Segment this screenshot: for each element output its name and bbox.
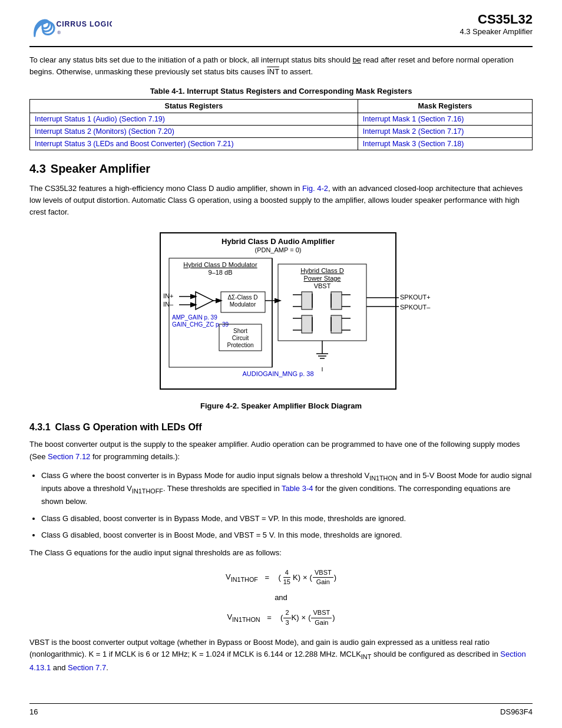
eq1-lhs: VIN1THOF bbox=[226, 569, 258, 587]
svg-rect-36 bbox=[331, 292, 342, 309]
block-diagram-svg: Hybrid Class D Audio Amplifier (PDN_AMP … bbox=[128, 230, 434, 395]
and-label: and bbox=[29, 589, 533, 607]
svg-marker-8 bbox=[196, 292, 213, 309]
list-item: Class G disabled, boost converter is in … bbox=[41, 513, 533, 525]
section-431-intro: The boost converter output is the supply… bbox=[29, 439, 533, 462]
table-cell: Interrupt Status 1 (Audio) (Section 7.19… bbox=[30, 113, 358, 126]
eq1-times: × bbox=[303, 569, 308, 587]
section-431-outro: VBST is the boost converter output volta… bbox=[29, 637, 533, 674]
svg-text:SPKOUT–: SPKOUT– bbox=[400, 304, 431, 311]
eq1-frac2: VBST Gain bbox=[313, 568, 333, 587]
mask2-link[interactable]: Interrupt Mask 2 (Section 7.17) bbox=[363, 127, 464, 136]
document-id: DS963F4 bbox=[500, 707, 533, 716]
section-431-heading: 4.3.1 Class G Operation with LEDs Off bbox=[29, 422, 533, 433]
status2-link[interactable]: Interrupt Status 2 (Monitors) (Section 7… bbox=[35, 127, 174, 136]
eq2-times: × bbox=[302, 610, 306, 627]
page-footer: 16 DS963F4 bbox=[29, 703, 533, 716]
page-number: 16 bbox=[29, 707, 38, 716]
svg-text:Short: Short bbox=[233, 328, 247, 334]
section-431-number: 4.3.1 bbox=[29, 422, 51, 433]
section77-link[interactable]: Section 7.7 bbox=[68, 663, 106, 672]
mask3-link[interactable]: Interrupt Mask 3 (Section 7.18) bbox=[363, 140, 464, 148]
svg-text:AUDIOGAIN_MNG p. 38: AUDIOGAIN_MNG p. 38 bbox=[242, 370, 313, 377]
figure-caption: Figure 4-2. Speaker Amplifier Block Diag… bbox=[200, 401, 362, 410]
svg-text:Modulator: Modulator bbox=[230, 301, 256, 308]
eq2-rhs: ( 2 3 K ) × ( VBST Gain ) bbox=[280, 608, 335, 627]
svg-text:Protection: Protection bbox=[227, 342, 253, 348]
equations-block: VIN1THOF = ( 4 15 K ) × ( VBST Gain ) an… bbox=[29, 568, 533, 627]
svg-text:IN–: IN– bbox=[163, 301, 174, 308]
equation-2: VIN1THON = ( 2 3 K ) × ( VBST Gain ) bbox=[29, 608, 533, 627]
table-cell: Interrupt Mask 1 (Section 7.16) bbox=[358, 113, 532, 126]
svg-text:Power Stage: Power Stage bbox=[304, 275, 341, 282]
table-title: Table 4-1. Interrupt Status Registers an… bbox=[29, 87, 533, 95]
eq2-frac2: VBST Gain bbox=[311, 608, 332, 627]
eq2-frac1: 2 3 bbox=[283, 608, 290, 627]
int-overline: INT bbox=[267, 67, 279, 76]
section-43-body: The CS35L32 features a high-efficiency m… bbox=[29, 183, 533, 218]
svg-rect-28 bbox=[302, 292, 312, 309]
svg-rect-40 bbox=[331, 315, 342, 333]
cirrus-logic-logo: CIRRUS LOGIC ® bbox=[29, 12, 112, 41]
svg-text:Circuit: Circuit bbox=[232, 335, 249, 341]
eq2-lhs: VIN1THON bbox=[227, 609, 260, 627]
fig42-link[interactable]: Fig. 4-2 bbox=[302, 184, 328, 193]
table-cell: Interrupt Status 3 (LEDs and Boost Conve… bbox=[30, 138, 358, 150]
table34-link[interactable]: Table 3-4 bbox=[282, 484, 313, 493]
table-row: Interrupt Status 2 (Monitors) (Section 7… bbox=[30, 126, 533, 138]
table-cell: Interrupt Status 2 (Monitors) (Section 7… bbox=[30, 126, 358, 138]
status3-link[interactable]: Interrupt Status 3 (LEDs and Boost Conve… bbox=[35, 140, 234, 148]
page-header: CIRRUS LOGIC ® CS35L32 4.3 Speaker Ampli… bbox=[29, 12, 533, 47]
svg-text:®: ® bbox=[57, 30, 61, 35]
mask1-link[interactable]: Interrupt Mask 1 (Section 7.16) bbox=[363, 115, 464, 123]
table-row: Interrupt Status 1 (Audio) (Section 7.19… bbox=[30, 113, 533, 126]
col1-header: Status Registers bbox=[30, 100, 358, 113]
section-43-title: Speaker Amplifier bbox=[51, 162, 150, 176]
block-diagram-wrapper: Hybrid Class D Audio Amplifier (PDN_AMP … bbox=[128, 230, 434, 397]
table-cell: Interrupt Mask 3 (Section 7.18) bbox=[358, 138, 532, 150]
eq1-equals: = bbox=[263, 569, 273, 587]
svg-text:ΔΣ-Class D: ΔΣ-Class D bbox=[227, 294, 257, 301]
eq1-k: K bbox=[293, 569, 298, 587]
header-right: CS35L32 4.3 Speaker Amplifier bbox=[459, 12, 533, 36]
svg-text:SPKOUT+: SPKOUT+ bbox=[400, 294, 431, 301]
eq-intro-text: The Class G equations for the audio inpu… bbox=[29, 547, 533, 559]
svg-text:AMP_GAIN p. 39: AMP_GAIN p. 39 bbox=[172, 314, 217, 321]
svg-text:VBST: VBST bbox=[314, 282, 331, 289]
table-cell: Interrupt Mask 2 (Section 7.17) bbox=[358, 126, 532, 138]
chip-name: CS35L32 bbox=[459, 12, 533, 27]
eq1-rhs: ( 4 15 K ) × ( VBST Gain ) bbox=[278, 568, 336, 587]
svg-text:CIRRUS LOGIC: CIRRUS LOGIC bbox=[57, 20, 113, 28]
supply-modes-list: Class G where the boost converter is in … bbox=[41, 470, 533, 541]
logo-area: CIRRUS LOGIC ® bbox=[29, 12, 112, 41]
interrupt-registers-table: Status Registers Mask Registers Interrup… bbox=[29, 99, 533, 150]
svg-rect-32 bbox=[302, 315, 312, 333]
svg-text:(PDN_AMP = 0): (PDN_AMP = 0) bbox=[255, 246, 302, 253]
eq2-k: K bbox=[292, 610, 297, 627]
svg-text:IN+: IN+ bbox=[163, 292, 173, 299]
section-43-heading: 4.3 Speaker Amplifier bbox=[29, 162, 533, 176]
header-section-ref: 4.3 Speaker Amplifier bbox=[459, 27, 533, 36]
equation-1: VIN1THOF = ( 4 15 K ) × ( VBST Gain ) bbox=[29, 568, 533, 587]
status1-link[interactable]: Interrupt Status 1 (Audio) (Section 7.19… bbox=[35, 115, 165, 123]
list-item: Class G disabled, boost converter is in … bbox=[41, 529, 533, 541]
section-43-number: 4.3 bbox=[29, 162, 46, 176]
intro-paragraph: To clear any status bits set due to the … bbox=[29, 54, 533, 77]
svg-text:Hybrid Class D Modulator: Hybrid Class D Modulator bbox=[183, 261, 257, 268]
svg-text:Hybrid Class D: Hybrid Class D bbox=[300, 267, 343, 274]
eq2-equals: = bbox=[265, 610, 276, 627]
svg-text:9–18 dB: 9–18 dB bbox=[209, 269, 233, 276]
section712-link[interactable]: Section 7.12 bbox=[48, 452, 90, 461]
col2-header: Mask Registers bbox=[358, 100, 532, 113]
list-item: Class G where the boost converter is in … bbox=[41, 470, 533, 508]
svg-text:Hybrid Class D Audio Amplifier: Hybrid Class D Audio Amplifier bbox=[222, 237, 335, 246]
section-431-title: Class G Operation with LEDs Off bbox=[55, 422, 202, 433]
figure-42-container: Hybrid Class D Audio Amplifier (PDN_AMP … bbox=[29, 230, 533, 410]
eq1-frac1: 4 15 bbox=[282, 568, 292, 587]
table-row: Interrupt Status 3 (LEDs and Boost Conve… bbox=[30, 138, 533, 150]
